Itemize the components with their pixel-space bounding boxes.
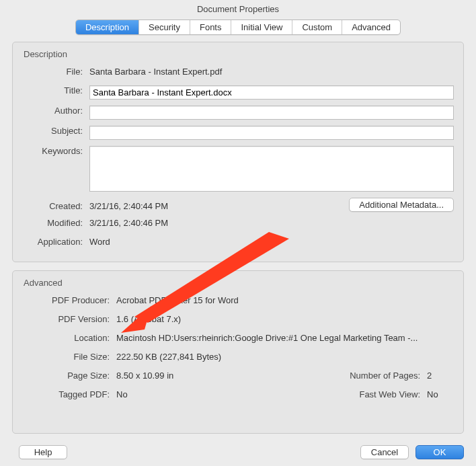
file-size-value: 222.50 KB (227,841 Bytes)	[116, 350, 454, 362]
description-group: Description File: Santa Barbara - Instan…	[12, 42, 464, 262]
pdf-version-value: 1.6 (Acrobat 7.x)	[116, 312, 454, 324]
location-label: Location:	[22, 331, 116, 343]
fast-web-view-value: No	[427, 387, 454, 399]
subject-label: Subject:	[22, 124, 89, 136]
number-of-pages-value: 2	[427, 368, 454, 381]
file-value: Santa Barbara - Instant Expert.pdf	[89, 65, 454, 77]
tab-fonts[interactable]: Fonts	[190, 20, 232, 34]
author-label: Author:	[22, 104, 89, 116]
file-size-label: File Size:	[22, 350, 116, 362]
title-label: Title:	[22, 83, 89, 95]
author-input[interactable]	[89, 106, 454, 120]
tagged-pdf-label: Tagged PDF:	[22, 387, 116, 399]
file-label: File:	[22, 65, 89, 77]
dialog-footer: Help Cancel OK	[12, 445, 464, 459]
description-heading: Description	[24, 49, 454, 59]
tab-advanced[interactable]: Advanced	[342, 20, 400, 34]
modified-value: 3/21/16, 2:40:46 PM	[89, 216, 454, 228]
application-label: Application:	[22, 235, 89, 247]
tab-initial-view[interactable]: Initial View	[231, 20, 292, 34]
ok-button[interactable]: OK	[415, 445, 464, 459]
application-value: Word	[89, 235, 454, 247]
cancel-button[interactable]: Cancel	[360, 445, 409, 459]
page-size-value: 8.50 x 10.99 in	[116, 368, 319, 381]
help-button[interactable]: Help	[19, 445, 67, 459]
page-size-label: Page Size:	[22, 368, 116, 381]
window-title: Document Properties	[0, 0, 476, 20]
number-of-pages-label: Number of Pages:	[319, 368, 427, 381]
location-value: Macintosh HD:Users:rheinrich:Google Driv…	[116, 331, 454, 343]
pdf-producer-value: Acrobat PDFMaker 15 for Word	[116, 293, 454, 305]
subject-input[interactable]	[89, 126, 454, 140]
title-input[interactable]	[89, 85, 454, 100]
fast-web-view-label: Fast Web View:	[319, 387, 427, 399]
pdf-producer-label: PDF Producer:	[22, 293, 116, 305]
tab-bar: Description Security Fonts Initial View …	[0, 20, 476, 35]
tab-custom[interactable]: Custom	[292, 20, 342, 34]
tab-description[interactable]: Description	[76, 20, 139, 34]
modified-label: Modified:	[22, 216, 89, 228]
created-label: Created:	[22, 199, 89, 211]
created-value: 3/21/16, 2:40:44 PM	[89, 199, 257, 211]
tab-security[interactable]: Security	[139, 20, 190, 34]
keywords-label: Keywords:	[22, 144, 89, 156]
tagged-pdf-value: No	[116, 387, 319, 399]
tab-strip: Description Security Fonts Initial View …	[75, 20, 401, 35]
pdf-version-label: PDF Version:	[22, 312, 116, 324]
content-panel: Description File: Santa Barbara - Instan…	[12, 42, 464, 434]
keywords-input[interactable]	[89, 146, 454, 192]
advanced-group: Advanced PDF Producer: Acrobat PDFMaker …	[12, 270, 464, 434]
additional-metadata-button[interactable]: Additional Metadata...	[349, 198, 454, 212]
advanced-heading: Advanced	[24, 278, 454, 288]
